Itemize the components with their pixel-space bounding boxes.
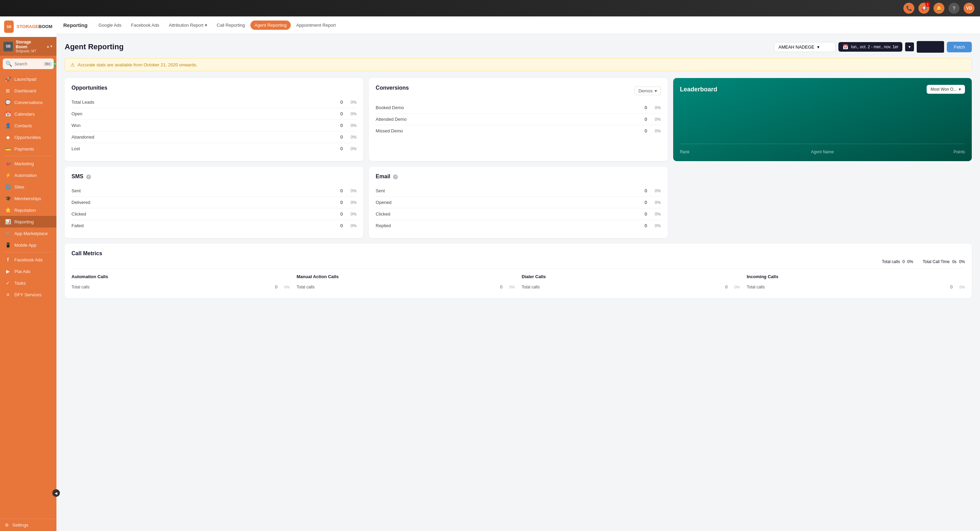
user-avatar[interactable]: VD bbox=[964, 3, 975, 14]
sub-nav-item-call-reporting[interactable]: Call Reporting bbox=[213, 21, 249, 30]
nav-divider-1 bbox=[4, 156, 52, 156]
mobile-app-icon: 📱 bbox=[5, 242, 11, 248]
sidebar-item-sites[interactable]: 🌐 Sites bbox=[0, 181, 56, 193]
fetch-button[interactable]: Fetch bbox=[947, 42, 972, 53]
opportunities-row-lost: Lost 0 0% bbox=[72, 143, 356, 154]
plai-ads-icon: ▶ bbox=[5, 269, 11, 274]
call-metrics-cols: Automation Calls Total calls 0 0% Manual… bbox=[72, 274, 965, 292]
sidebar-item-launchpad[interactable]: 🚀 Launchpad bbox=[0, 73, 56, 85]
incoming-calls-col: Incoming Calls Total calls 0 0% bbox=[747, 274, 965, 292]
conversions-title: Conversions bbox=[375, 85, 409, 91]
leaderboard-filter-select[interactable]: Most Won O... ▾ bbox=[927, 85, 965, 94]
sms-help-icon[interactable]: ? bbox=[86, 174, 91, 179]
sidebar-item-memberships[interactable]: 🎓 Memberships bbox=[0, 193, 56, 204]
sidebar-item-reporting[interactable]: 📊 Reporting bbox=[0, 216, 56, 228]
contacts-icon: 👤 bbox=[5, 123, 11, 128]
sub-nav-item-agent-reporting[interactable]: Agent Reporting bbox=[250, 21, 291, 30]
incoming-total-calls-row: Total calls 0 0% bbox=[747, 282, 965, 292]
opportunities-title: Opportunities bbox=[72, 85, 356, 91]
date-picker[interactable]: 📅 lun., oct. 2 - mer., nov. 1er bbox=[838, 42, 903, 52]
sidebar-item-label: Reputation bbox=[14, 208, 36, 213]
total-calls-pct: 0% bbox=[907, 259, 913, 264]
agent-select-chevron-icon: ▾ bbox=[817, 45, 819, 49]
sub-nav: Reporting Google Ads Facebook Ads Attrib… bbox=[56, 16, 980, 34]
workspace-info: Storage Boom Belgrade, MT bbox=[16, 40, 43, 53]
dropdown-chevron-icon: ▾ bbox=[205, 22, 207, 28]
sidebar-item-reputation[interactable]: ⭐ Reputation bbox=[0, 204, 56, 216]
sub-nav-item-attribution-report[interactable]: Attribution Report ▾ bbox=[164, 21, 211, 30]
phone-icon[interactable]: 📞 bbox=[904, 3, 914, 14]
dialer-calls-col: Dialer Calls Total calls 0 0% bbox=[522, 274, 740, 292]
sidebar-item-marketing[interactable]: 📣 Marketing bbox=[0, 158, 56, 169]
email-row-sent: Sent 0 0% bbox=[375, 185, 660, 197]
sidebar-item-facebook-ads[interactable]: f Facebook Ads bbox=[0, 254, 56, 266]
email-row-clicked: Clicked 0 0% bbox=[375, 208, 660, 220]
sidebar-item-label: Sites bbox=[14, 184, 24, 190]
workspace-location: Belgrade, MT bbox=[16, 49, 43, 53]
sidebar-item-settings[interactable]: ⚙ Settings bbox=[5, 523, 52, 528]
sidebar-item-label: Opportunities bbox=[14, 135, 41, 140]
demos-select[interactable]: Demos ▾ bbox=[635, 86, 660, 95]
leaderboard-agent-col: Agent Name bbox=[751, 150, 894, 154]
sidebar-bottom: ⚙ Settings bbox=[0, 519, 56, 531]
payments-icon: 💳 bbox=[5, 146, 11, 151]
agent-select[interactable]: AMEAH NADEGE ▾ bbox=[774, 42, 836, 52]
bell-icon[interactable]: 🔔 bbox=[934, 3, 944, 14]
sub-nav-item-google-ads[interactable]: Google Ads bbox=[94, 21, 126, 30]
automation-calls-title: Automation Calls bbox=[72, 274, 290, 279]
sidebar-item-opportunities[interactable]: ◆ Opportunities bbox=[0, 131, 56, 143]
total-call-time-value: 0s bbox=[952, 259, 957, 264]
leaderboard-title: Leaderboard bbox=[680, 86, 717, 93]
sidebar-item-calendars[interactable]: 📅 Calendars bbox=[0, 108, 56, 120]
sidebar-item-label: App Marketplace bbox=[14, 231, 48, 236]
workspace-selector[interactable]: SB Storage Boom Belgrade, MT ▲▼ bbox=[0, 37, 56, 56]
dialer-calls-title: Dialer Calls bbox=[522, 274, 740, 279]
help-icon[interactable]: ? bbox=[948, 3, 959, 14]
sidebar-item-label: Automation bbox=[14, 173, 37, 178]
sidebar-item-dashboard[interactable]: ⊞ Dashboard bbox=[0, 85, 56, 96]
memberships-icon: 🎓 bbox=[5, 196, 11, 201]
conversions-row-attended-demo: Attended Demo 0 0% bbox=[375, 113, 660, 125]
settings-label: Settings bbox=[12, 523, 29, 528]
sidebar-item-payments[interactable]: 💳 Payments bbox=[0, 143, 56, 155]
sidebar-item-mobile-app[interactable]: 📱 Mobile App bbox=[0, 239, 56, 251]
sub-nav-item-appointment-report[interactable]: Appointment Report bbox=[292, 21, 340, 30]
sidebar-item-contacts[interactable]: 👤 Contacts bbox=[0, 120, 56, 131]
workspace-name: Storage Boom bbox=[16, 40, 43, 49]
logo: SB STORAGEBOOM bbox=[0, 16, 56, 37]
sub-nav-item-facebook-ads[interactable]: Facebook Ads bbox=[127, 21, 163, 30]
date-arrow-button[interactable]: ▾ bbox=[905, 42, 914, 51]
email-help-icon[interactable]: ? bbox=[393, 174, 398, 179]
page-content: Agent Reporting AMEAH NADEGE ▾ 📅 lun., o… bbox=[56, 34, 980, 531]
search-input[interactable] bbox=[14, 62, 42, 66]
workspace-chevron-icon: ▲▼ bbox=[46, 45, 53, 48]
sidebar-item-automation[interactable]: ⚡ Automation bbox=[0, 169, 56, 181]
sidebar-item-label: Facebook Ads bbox=[14, 257, 42, 262]
leaderboard-filter-value: Most Won O... bbox=[931, 87, 957, 92]
sidebar-item-tasks[interactable]: ✓ Tasks bbox=[0, 277, 56, 289]
tasks-icon: ✓ bbox=[5, 280, 11, 286]
sidebar-item-label: Calendars bbox=[14, 112, 35, 117]
megaphone-icon[interactable]: 📢 1 bbox=[918, 3, 929, 14]
sidebar-item-plai-ads[interactable]: ▶ Plai Ads bbox=[0, 266, 56, 277]
dashboard-icon: ⊞ bbox=[5, 88, 11, 93]
sidebar-item-label: DFY Services bbox=[14, 292, 41, 297]
sidebar-item-app-marketplace[interactable]: 🛒 App Marketplace bbox=[0, 228, 56, 239]
search-add-button[interactable]: + bbox=[54, 61, 56, 67]
content-area: Reporting Google Ads Facebook Ads Attrib… bbox=[56, 16, 980, 531]
logo-text: STORAGEBOOM bbox=[16, 24, 52, 29]
sms-row-sent: Sent 0 0% bbox=[72, 185, 356, 197]
sidebar-item-label: Mobile App bbox=[14, 242, 36, 248]
sidebar-item-conversations[interactable]: 💬 Conversations bbox=[0, 96, 56, 108]
color-selector[interactable] bbox=[917, 41, 944, 53]
call-metrics-title: Call Metrics bbox=[72, 250, 965, 257]
sidebar-collapse-button[interactable]: ◀ bbox=[52, 489, 60, 497]
opportunities-row-total-leads: Total Leads 0 0% bbox=[72, 96, 356, 108]
sidebar-item-dfy-services[interactable]: ≡ DFY Services bbox=[0, 289, 56, 300]
sms-row-clicked: Clicked 0 0% bbox=[72, 208, 356, 220]
search-bar[interactable]: 🔍 ⌘K + bbox=[3, 59, 54, 69]
sidebar-item-label: Plai Ads bbox=[14, 269, 30, 274]
incoming-calls-title: Incoming Calls bbox=[747, 274, 965, 279]
nav-divider-2 bbox=[4, 252, 52, 252]
conversions-row-missed-demo: Missed Demo 0 0% bbox=[375, 125, 660, 137]
